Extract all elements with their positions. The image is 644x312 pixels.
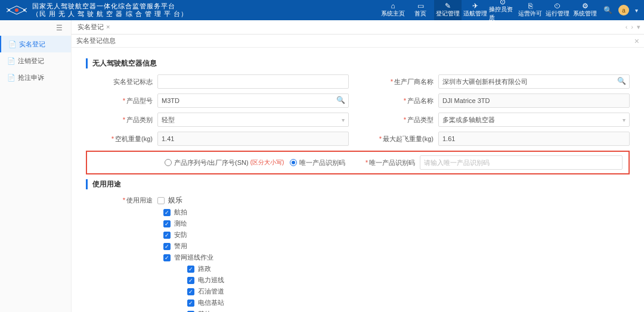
nav-icon: ⏲ [554, 2, 561, 10]
dropdown-icon[interactable]: ▾ [635, 7, 638, 14]
usage-item[interactable]: 路政 [187, 264, 630, 273]
search-icon[interactable]: 🔍 [336, 96, 345, 104]
nav-icon: ⚙ [582, 2, 589, 10]
checkbox[interactable] [163, 254, 171, 261]
close-icon[interactable]: × [634, 36, 639, 46]
subtitle-bar: 实名登记信息 × [72, 35, 644, 48]
mtow-input [438, 132, 630, 146]
doc-icon: 📄 [7, 74, 14, 82]
sidebar-toggle-icon[interactable]: ☰ [0, 20, 71, 36]
label-reg-flag: 实名登记标志 [86, 77, 157, 86]
checkbox[interactable] [163, 232, 171, 239]
checkbox[interactable] [163, 243, 171, 250]
reg-flag-input[interactable] [157, 74, 349, 89]
nav-item[interactable]: ⚙系统管理 [571, 0, 599, 20]
avatar[interactable]: a [618, 5, 629, 15]
label-empty-weight: 空机重量(kg) [86, 135, 157, 143]
usage-item[interactable]: 其他 [187, 310, 630, 312]
product-name-input [438, 93, 630, 108]
nav-icon: ⊙ [500, 0, 506, 5]
label-usage: 使用用途 [86, 196, 157, 205]
label-product-category: 产品类别 [86, 116, 157, 124]
app-header: 国家无人驾驶航空器一体化综合监管服务平台 （民 用 无 人 驾 驶 航 空 器 … [0, 0, 644, 20]
nav-icon: ⎘ [528, 2, 532, 10]
checkbox[interactable] [187, 266, 194, 273]
doc-icon: 📄 [8, 40, 16, 48]
nav-item[interactable]: ✎登记管理 [434, 0, 462, 20]
usage-item[interactable]: 测绘 [163, 219, 630, 228]
search-icon[interactable]: 🔍 [617, 77, 626, 85]
chevron-down-icon: ▾ [623, 117, 626, 123]
nav-item[interactable]: ▭首页 [407, 0, 434, 20]
nav-item[interactable]: ⎘运营许可 [516, 0, 544, 20]
empty-weight-input [157, 132, 349, 146]
tab-prev-icon[interactable]: ‹ [626, 23, 628, 31]
usage-item[interactable]: 航拍 [163, 208, 630, 217]
usage-item[interactable]: 娱乐 [157, 195, 182, 205]
section-usage: 使用用途 [86, 179, 630, 189]
checkbox[interactable] [187, 299, 194, 307]
nav-item[interactable]: ⏲运行管理 [544, 0, 571, 20]
usage-item[interactable]: 警用 [163, 242, 630, 251]
usage-item[interactable]: 安防 [163, 230, 630, 239]
tab-realname[interactable]: 实名登记× [75, 23, 112, 32]
label-uid: 唯一产品识别码 [348, 158, 420, 167]
label-product-class: 产品类型 [367, 116, 438, 124]
nav-icon: ✈ [472, 2, 478, 10]
checkbox[interactable] [187, 288, 194, 295]
model-input[interactable] [157, 93, 349, 108]
highlight-identifier-box: 产品序列号/出厂序号(SN) (区分大小写) 唯一产品识别码 唯一产品识别码 [86, 151, 630, 174]
usage-item[interactable]: 电力巡线 [187, 276, 630, 285]
radio-uid[interactable]: 唯一产品识别码 [290, 158, 345, 167]
radio-sn[interactable]: 产品序列号/出厂序号(SN) (区分大小写) [165, 158, 284, 167]
checkbox[interactable] [163, 220, 171, 227]
tabbar: 实名登记× ‹ › ▾ [72, 20, 644, 35]
chevron-down-icon: ▾ [342, 117, 345, 123]
label-manufacturer: 生产厂商名称 [367, 77, 438, 86]
checkbox[interactable] [163, 209, 171, 216]
nav-item[interactable]: ⌂系统主页 [379, 0, 407, 20]
top-nav: ⌂系统主页▭首页✎登记管理✈适航管理⊙操控员资质⎘运营许可⏲运行管理⚙系统管理 [379, 0, 599, 20]
nav-icon: ⌂ [391, 2, 395, 10]
nav-item[interactable]: ⊙操控员资质 [489, 0, 516, 20]
nav-icon: ✎ [445, 2, 451, 10]
usage-item[interactable]: 电信基站 [187, 298, 630, 307]
label-mtow: 最大起飞重量(kg) [367, 135, 438, 143]
product-class-select[interactable]: 多桨或多轴航空器▾ [438, 113, 630, 127]
usage-item[interactable]: 管网巡线作业 [163, 253, 630, 262]
close-icon[interactable]: × [106, 23, 110, 30]
tab-next-icon[interactable]: › [631, 23, 633, 31]
label-product-name: 产品名称 [367, 96, 438, 105]
usage-item[interactable]: 石油管道 [187, 287, 630, 296]
brand-title: 国家无人驾驶航空器一体化综合监管服务平台 （民 用 无 人 驾 驶 航 空 器 … [32, 2, 188, 18]
sidebar: ☰ 📄实名登记📄注销登记📄抢注申诉 [0, 20, 72, 312]
sidebar-item[interactable]: 📄抢注申诉 [0, 69, 71, 86]
nav-item[interactable]: ✈适航管理 [462, 0, 489, 20]
nav-icon: ▭ [417, 2, 424, 10]
content: 实名登记× ‹ › ▾ 实名登记信息 × 无人驾驶航空器信息 实名登记标志 生产… [72, 20, 644, 312]
label-model: 产品型号 [86, 96, 157, 105]
svg-point-0 [15, 8, 18, 12]
uid-input[interactable] [420, 155, 623, 170]
tab-menu-icon[interactable]: ▾ [637, 23, 640, 31]
checkbox[interactable] [187, 277, 194, 284]
logo-icon [6, 4, 27, 17]
search-icon[interactable]: 🔍 [603, 6, 612, 14]
sidebar-item[interactable]: 📄注销登记 [0, 52, 71, 69]
manufacturer-input[interactable] [438, 74, 630, 89]
sidebar-item[interactable]: 📄实名登记 [0, 36, 71, 52]
checkbox[interactable] [157, 197, 165, 204]
doc-icon: 📄 [7, 57, 14, 65]
section-aircraft-info: 无人驾驶航空器信息 [86, 58, 630, 68]
product-category-select[interactable]: 轻型▾ [157, 113, 349, 127]
